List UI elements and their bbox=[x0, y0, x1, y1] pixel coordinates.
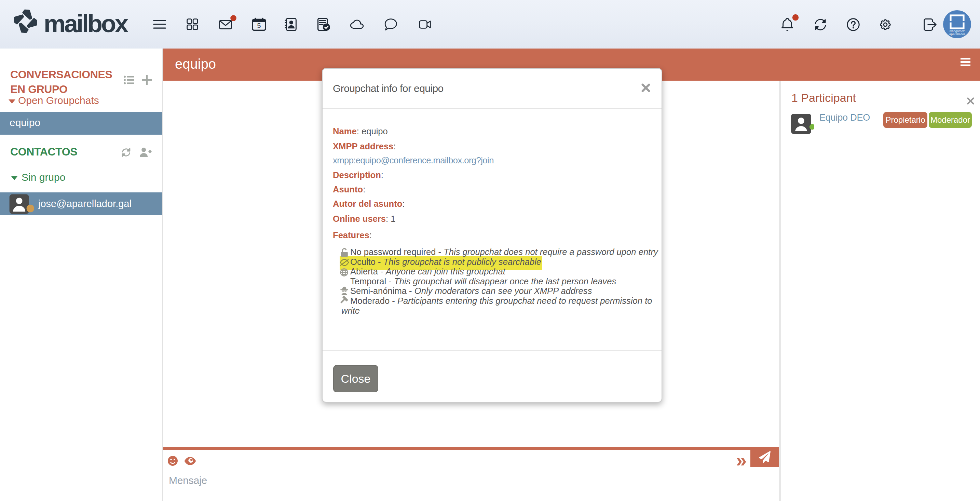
svg-text:aparellador: aparellador bbox=[949, 32, 965, 36]
svg-text:5: 5 bbox=[257, 22, 261, 29]
